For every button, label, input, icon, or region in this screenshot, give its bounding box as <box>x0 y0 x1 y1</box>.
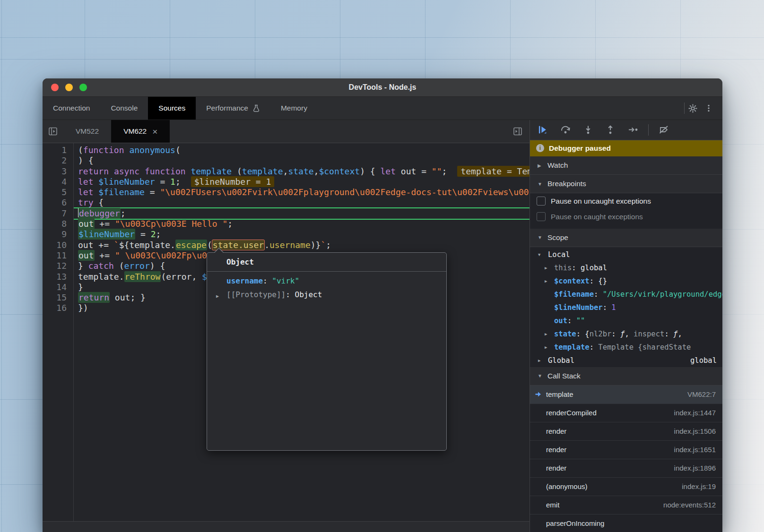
resume-button[interactable] <box>538 125 547 135</box>
code-line[interactable]: $lineNumber = 2; <box>74 229 530 240</box>
scope-row-this[interactable]: ▶this: global <box>530 261 722 275</box>
chevron-right-icon[interactable]: ▶ <box>545 332 547 336</box>
section-watch[interactable]: ▶ Watch <box>530 156 722 175</box>
close-icon[interactable]: × <box>152 127 157 136</box>
call-stack-frame[interactable]: templateVM622:7 <box>530 386 722 404</box>
call-stack-frame[interactable]: renderindex.js:1506 <box>530 422 722 441</box>
scope-row-state[interactable]: ▶state: {nl2br: ƒ, inspect: ƒ, <box>530 327 722 341</box>
chevron-right-icon[interactable]: ▶ <box>538 358 540 363</box>
line-number[interactable]: 7 <box>43 208 67 219</box>
line-number[interactable]: 3 <box>43 166 67 177</box>
scope-row-context[interactable]: ▶$context: {} <box>530 275 722 288</box>
code-line[interactable]: (function anonymous( <box>74 145 530 155</box>
call-stack-frame[interactable]: renderCompiledindex.js:1447 <box>530 404 722 422</box>
line-number[interactable]: 4 <box>43 177 67 187</box>
chevron-down-icon[interactable]: ▼ <box>538 252 540 257</box>
scope-row-out[interactable]: out: "" <box>530 314 722 327</box>
code-line[interactable]: return async function template (template… <box>74 166 530 177</box>
code-token: out <box>78 250 95 261</box>
code-line[interactable]: ) { <box>74 155 530 166</box>
chevron-right-icon[interactable]: ▶ <box>545 279 547 283</box>
settings-button[interactable] <box>685 97 701 120</box>
section-call-stack[interactable]: ▼ Call Stack <box>530 367 722 386</box>
window-title: DevTools - Node.js <box>43 83 722 92</box>
sidebar-toggle-button[interactable] <box>510 120 526 143</box>
tab-label: Performance <box>206 104 248 112</box>
line-number-gutter[interactable]: 12345678910111213141516 <box>43 145 67 314</box>
popup-property-row[interactable]: ▶[[Prototype]]: Object <box>207 288 446 301</box>
variable-name: out <box>554 317 567 325</box>
devtools-window: DevTools - Node.js ConnectionConsoleSour… <box>43 78 722 532</box>
line-number[interactable]: 1 <box>43 145 67 155</box>
line-number[interactable]: 5 <box>43 187 67 197</box>
chevron-right-icon: ▶ <box>216 291 219 301</box>
checkbox-label: Pause on caught exceptions <box>551 213 643 221</box>
scope-row-linenumber[interactable]: $lineNumber: 1 <box>530 301 722 314</box>
frame-function-name: parserOnIncoming <box>546 519 604 527</box>
line-number[interactable]: 15 <box>43 292 67 303</box>
code-line[interactable]: out += `${template.escape(state.user.use… <box>74 240 530 250</box>
scope-row-local[interactable]: ▼Local <box>530 248 722 261</box>
step-button[interactable] <box>628 125 638 135</box>
line-number[interactable]: 13 <box>43 272 67 282</box>
navigator-toggle-button[interactable] <box>43 120 63 143</box>
code-token: escape <box>175 240 207 250</box>
scope-row-global[interactable]: ▶Globalglobal <box>530 354 722 367</box>
tab-connection[interactable]: Connection <box>43 97 100 120</box>
chevron-right-icon[interactable]: ▶ <box>545 266 547 270</box>
deactivate-breakpoints-button[interactable] <box>659 125 669 135</box>
section-breakpoints[interactable]: ▼ Breakpoints <box>530 175 722 193</box>
code-token: let <box>380 166 396 176</box>
tab-label: Connection <box>53 104 90 112</box>
step-over-button[interactable] <box>560 125 571 135</box>
code-line-paused[interactable]: debugger; <box>74 208 530 219</box>
code-line[interactable]: let $filename = "\u002FUsers\u002Fvirk\u… <box>74 187 530 197</box>
code-token: { <box>94 197 104 207</box>
tab-performance[interactable]: Performance <box>196 97 270 120</box>
code-token: , <box>283 166 288 176</box>
frame-location: index.js:1506 <box>674 427 716 435</box>
call-stack-frame[interactable]: emitnode:events:512 <box>530 496 722 515</box>
tab-memory[interactable]: Memory <box>270 97 318 120</box>
checkbox[interactable] <box>537 212 546 221</box>
code-token: out; } <box>110 292 146 302</box>
code-line[interactable]: out += "\u003Cp\u003E Hello "; <box>74 219 530 229</box>
variable-name: Local <box>548 250 570 259</box>
code-line[interactable]: try { <box>74 197 530 208</box>
tab-console[interactable]: Console <box>100 97 148 120</box>
call-stack-frame[interactable]: parserOnIncoming <box>530 515 722 532</box>
code-token: return <box>78 166 109 176</box>
line-number[interactable]: 12 <box>43 261 67 271</box>
call-stack-frame[interactable]: (anonymous)index.js:19 <box>530 478 722 496</box>
checkbox[interactable] <box>537 197 546 206</box>
line-number[interactable]: 16 <box>43 303 67 313</box>
variable-value: "/Users/virk/playground/edge-docs-tut/vi… <box>603 290 722 299</box>
frame-location: node:events:512 <box>663 501 716 509</box>
line-number[interactable]: 2 <box>43 155 67 166</box>
step-into-button[interactable] <box>583 125 593 135</box>
more-options-button[interactable] <box>701 97 717 120</box>
popup-property-row: username: "virk" <box>207 275 446 288</box>
tab-label: Memory <box>281 104 307 112</box>
code-line[interactable]: let $lineNumber = 1;$lineNumber = 1 <box>74 177 530 187</box>
file-tab-vm622[interactable]: VM622× <box>111 120 170 143</box>
line-number[interactable]: 6 <box>43 197 67 208</box>
code-editor[interactable]: 12345678910111213141516 (function anonym… <box>43 143 530 521</box>
file-tab-vm522[interactable]: VM522 <box>63 120 111 143</box>
call-stack-frame[interactable]: renderindex.js:1896 <box>530 459 722 478</box>
variable-name: Global <box>548 356 574 365</box>
sidebar-panel-icon <box>513 127 522 136</box>
call-stack-frame[interactable]: renderindex.js:1651 <box>530 441 722 459</box>
line-number[interactable]: 11 <box>43 250 67 261</box>
line-number[interactable]: 8 <box>43 219 67 229</box>
scope-row-template[interactable]: ▶template: Template {sharedState <box>530 341 722 354</box>
chevron-right-icon[interactable]: ▶ <box>545 345 547 350</box>
scope-row-filename[interactable]: $filename: "/Users/virk/playground/edge-… <box>530 288 722 301</box>
section-scope[interactable]: ▼ Scope <box>530 229 722 247</box>
line-number[interactable]: 14 <box>43 282 67 292</box>
line-number[interactable]: 10 <box>43 240 67 250</box>
tab-sources[interactable]: Sources <box>148 97 196 120</box>
step-out-button[interactable] <box>606 125 615 135</box>
property-separator: : <box>286 290 295 299</box>
line-number[interactable]: 9 <box>43 229 67 240</box>
